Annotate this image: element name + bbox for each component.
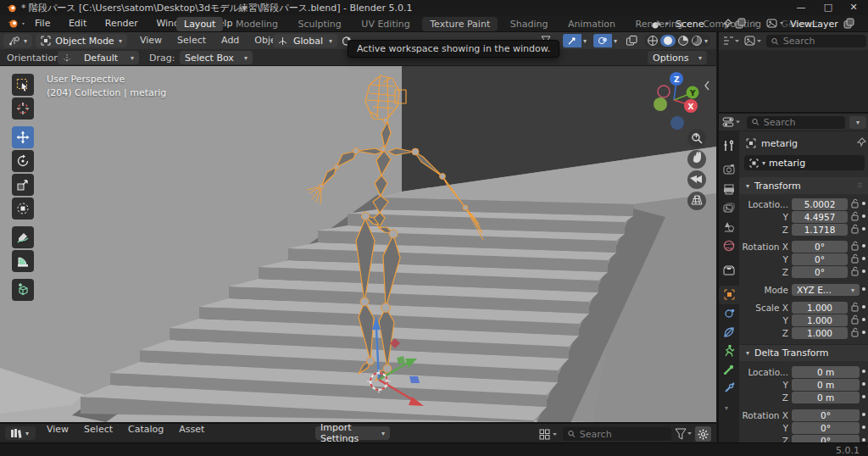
animate-dot[interactable] bbox=[862, 214, 865, 218]
animate-dot[interactable] bbox=[862, 370, 865, 373]
new-viewlayer-copy-icon[interactable] bbox=[843, 18, 856, 30]
tool-add-primitive[interactable] bbox=[12, 279, 34, 301]
blender-menu-icon[interactable] bbox=[7, 19, 27, 29]
maximize-button[interactable]: □ bbox=[822, 2, 834, 13]
new-scene-copy-icon[interactable] bbox=[734, 18, 748, 30]
tab-shading[interactable]: Shading bbox=[503, 17, 556, 31]
animate-dot[interactable] bbox=[862, 287, 865, 291]
tool-cursor[interactable] bbox=[12, 97, 34, 120]
unlink-scene-icon[interactable]: ✕ bbox=[751, 19, 759, 30]
tab-tool-icon[interactable] bbox=[723, 140, 735, 152]
tab-physics-icon[interactable] bbox=[723, 326, 735, 338]
lock-open-icon[interactable] bbox=[851, 327, 859, 337]
zoom-button[interactable] bbox=[687, 129, 706, 147]
shading-wireframe-icon[interactable] bbox=[647, 35, 659, 47]
tool-rotate[interactable] bbox=[12, 150, 34, 172]
asset-editor-type-button[interactable]: ▾ bbox=[5, 426, 36, 440]
asset-search-input[interactable] bbox=[580, 429, 666, 440]
outliner-display-mode-icon[interactable] bbox=[744, 36, 763, 47]
pin-icon[interactable] bbox=[856, 137, 866, 147]
delta-rotation-y-field[interactable]: 0° bbox=[792, 422, 860, 434]
rotation-mode-dropdown[interactable]: XYZ E... ▾ bbox=[792, 284, 860, 296]
panel-drag-grip[interactable]: ⠿ bbox=[857, 182, 863, 190]
location-z-field[interactable]: 1.1718 bbox=[792, 224, 848, 236]
scene-name[interactable]: Scene bbox=[676, 19, 704, 30]
lock-open-icon[interactable] bbox=[851, 241, 859, 251]
shading-dropdown-chevron[interactable]: ▾ bbox=[704, 37, 708, 45]
gizmo-dropdown-chevron[interactable]: ▾ bbox=[583, 37, 587, 45]
rotation-y-field[interactable]: 0° bbox=[792, 253, 848, 265]
tab-collection-icon[interactable] bbox=[723, 265, 735, 275]
properties-search-input[interactable] bbox=[764, 117, 840, 128]
properties-search[interactable] bbox=[747, 116, 845, 129]
tool-move[interactable] bbox=[12, 126, 34, 148]
menu-file[interactable]: File bbox=[27, 15, 58, 32]
menu-edit[interactable]: Edit bbox=[61, 15, 94, 32]
object-name-value[interactable]: metarig bbox=[769, 158, 805, 169]
animate-dot[interactable] bbox=[862, 438, 865, 442]
lock-open-icon[interactable] bbox=[851, 302, 859, 312]
object-name-field[interactable]: ▾ metarig bbox=[744, 155, 865, 170]
transform-panel-header[interactable]: ▾ Transform ⠿ bbox=[739, 177, 868, 194]
lock-open-icon[interactable] bbox=[851, 266, 859, 276]
lock-open-icon[interactable] bbox=[851, 198, 859, 209]
options-dropdown[interactable]: Options ▾ bbox=[648, 51, 707, 64]
animate-dot[interactable] bbox=[862, 331, 865, 334]
scale-x-field[interactable]: 1.000 bbox=[792, 302, 848, 314]
outliner-filter-icon[interactable] bbox=[722, 36, 741, 47]
asset-search[interactable] bbox=[563, 427, 671, 441]
drag-dropdown[interactable]: Select Box ▾ bbox=[180, 51, 253, 64]
animate-dot[interactable] bbox=[862, 318, 865, 321]
viewport-3d[interactable]: Z Y X Us bbox=[0, 66, 716, 422]
tool-annotate[interactable] bbox=[12, 226, 34, 248]
tool-measure[interactable] bbox=[12, 250, 34, 272]
rotation-z-field[interactable]: 0° bbox=[792, 266, 848, 278]
display-size-icon[interactable] bbox=[539, 429, 559, 440]
animate-dot[interactable] bbox=[862, 202, 865, 205]
scene-icon[interactable] bbox=[649, 19, 671, 30]
menu-add[interactable]: Add bbox=[214, 32, 247, 49]
minimize-button[interactable]: — bbox=[795, 2, 807, 13]
menu-render[interactable]: Render bbox=[97, 15, 146, 32]
perspective-toggle-button[interactable] bbox=[687, 192, 706, 210]
delta-location-y-field[interactable]: 0 m bbox=[792, 379, 860, 391]
tab-output-icon[interactable] bbox=[723, 184, 735, 195]
tool-scale[interactable] bbox=[12, 174, 34, 196]
view-layer-name[interactable]: ViewLayer bbox=[790, 19, 838, 30]
menu-asset-select[interactable]: Select bbox=[76, 424, 120, 442]
animate-dot[interactable] bbox=[862, 305, 865, 309]
tab-render-icon[interactable] bbox=[723, 164, 735, 175]
properties-editor-icon[interactable] bbox=[722, 116, 743, 128]
delta-location-x-field[interactable]: 0 m bbox=[792, 366, 860, 378]
menu-view[interactable]: View bbox=[132, 32, 170, 49]
tab-strip-overflow-chevron[interactable]: ▾ bbox=[725, 404, 728, 412]
lock-open-icon[interactable] bbox=[851, 314, 859, 325]
tab-texture-paint[interactable]: Texture Paint bbox=[422, 17, 498, 31]
animate-dot[interactable] bbox=[862, 425, 865, 429]
menu-asset-catalog[interactable]: Catalog bbox=[120, 424, 171, 442]
filter-icon[interactable] bbox=[675, 428, 693, 440]
tab-sculpting[interactable]: Sculpting bbox=[290, 17, 348, 31]
overlays-dropdown-chevron[interactable]: ▾ bbox=[614, 37, 617, 45]
pin-icon[interactable] bbox=[722, 19, 732, 29]
asset-settings-button[interactable] bbox=[695, 426, 711, 442]
mode-dropdown[interactable]: Object Mode ▾ bbox=[36, 34, 127, 47]
animate-dot[interactable] bbox=[862, 413, 865, 416]
delta-location-z-field[interactable]: 0 m bbox=[792, 392, 860, 403]
tab-uv-editing[interactable]: UV Editing bbox=[353, 17, 417, 31]
tab-view-layer-icon[interactable] bbox=[723, 203, 735, 214]
tab-scene-icon[interactable] bbox=[723, 221, 735, 232]
nav-axis-z-neg[interactable] bbox=[670, 116, 684, 130]
close-button[interactable]: ✕ bbox=[848, 2, 860, 13]
tab-bone-icon[interactable] bbox=[723, 364, 735, 375]
breadcrumb[interactable]: metarig bbox=[761, 138, 798, 149]
animate-dot[interactable] bbox=[862, 227, 865, 231]
shading-solid-button[interactable] bbox=[660, 35, 676, 47]
nav-axis-y-neg[interactable] bbox=[654, 97, 667, 111]
animate-dot[interactable] bbox=[862, 257, 865, 260]
scale-z-field[interactable]: 1.000 bbox=[792, 327, 848, 339]
delta-rotation-x-field[interactable]: 0° bbox=[792, 409, 860, 421]
transform-orientation-dropdown[interactable]: Global ▾ bbox=[273, 34, 337, 47]
lock-open-icon[interactable] bbox=[851, 253, 859, 264]
import-settings-dropdown[interactable]: Import Settings ▾ bbox=[315, 426, 390, 440]
